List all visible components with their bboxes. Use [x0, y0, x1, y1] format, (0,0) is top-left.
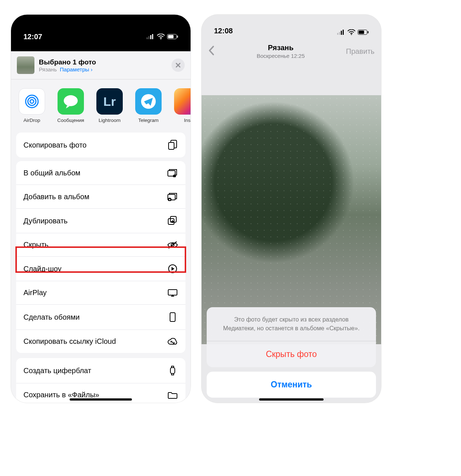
svg-rect-23 [168, 290, 177, 295]
share-sheet-header: Выбрано 1 фото Рязань Параметры › [11, 51, 191, 79]
action-list-main: В общий альбом Добавить в альбом Дублиро… [16, 161, 185, 353]
action-sheet-message: Это фото будет скрыто из всех разделов М… [207, 307, 376, 341]
svg-rect-2 [150, 35, 151, 39]
action-label: Слайд-шоу [23, 265, 62, 273]
action-duplicate[interactable]: Дублировать [16, 208, 185, 233]
share-title: Выбрано 1 фото [39, 58, 167, 66]
action-label: В общий альбом [23, 169, 80, 177]
close-icon [175, 62, 181, 68]
share-location: Рязань [39, 66, 57, 72]
svg-rect-6 [168, 35, 174, 38]
action-slideshow[interactable]: Слайд-шоу [16, 256, 185, 281]
close-button[interactable] [172, 59, 185, 72]
share-apps-row[interactable]: AirDrop Сообщения Lr Lightroom Telegram [11, 79, 191, 131]
telegram-icon [140, 93, 156, 109]
status-icons [147, 34, 178, 40]
app-label: Сообщения [57, 118, 84, 123]
action-label: Сохранить в «Файлы» [23, 391, 99, 399]
statusbar: 12:07 [11, 15, 191, 51]
action-list-bottom: Создать циферблат Сохранить в «Файлы» [16, 358, 185, 403]
app-label: Lightroom [99, 118, 121, 123]
svg-rect-27 [339, 32, 340, 35]
messages-icon [62, 94, 79, 109]
app-instagram[interactable]: Ins [173, 88, 191, 123]
chevron-left-icon [208, 45, 215, 56]
action-add-to-album[interactable]: Добавить в альбом [16, 185, 185, 208]
photo [202, 95, 381, 344]
add-album-icon [167, 192, 178, 201]
phone-right-confirm: 12:08 Рязань Воскресенье 12:25 Править Э… [202, 15, 381, 403]
svg-point-11 [64, 95, 78, 106]
action-label: Скопировать фото [23, 141, 86, 149]
watch-icon [167, 365, 178, 376]
svg-rect-7 [177, 36, 178, 38]
app-lightroom[interactable]: Lr Lightroom [95, 88, 124, 123]
action-label: Скопировать ссылку iCloud [23, 337, 116, 346]
action-wallpaper[interactable]: Сделать обоями [16, 304, 185, 330]
svg-point-30 [351, 34, 352, 35]
folder-icon [167, 391, 178, 399]
action-label: Дублировать [23, 217, 68, 225]
action-watch-face[interactable]: Создать циферблат [16, 358, 185, 383]
battery-icon [167, 34, 178, 39]
share-subtitle: Рязань Параметры › [39, 66, 167, 72]
app-airdrop[interactable]: AirDrop [18, 88, 46, 123]
app-messages[interactable]: Сообщения [56, 88, 85, 123]
edit-button[interactable]: Править [346, 47, 375, 56]
action-hide[interactable]: Скрыть [16, 233, 185, 256]
photo-viewer[interactable]: Это фото будет скрыто из всех разделов М… [202, 66, 381, 403]
action-icloud-link[interactable]: Скопировать ссылку iCloud [16, 330, 185, 353]
rain-overlay [202, 95, 381, 344]
svg-rect-32 [359, 31, 364, 34]
copy-icon [167, 140, 178, 150]
statusbar: 12:08 [202, 15, 381, 37]
home-indicator[interactable] [70, 398, 132, 401]
status-time: 12:07 [23, 33, 42, 41]
svg-rect-33 [368, 31, 369, 33]
app-label: AirDrop [23, 118, 40, 123]
svg-rect-25 [170, 368, 175, 373]
confirm-action-sheet: Это фото будет скрыто из всех разделов М… [207, 307, 376, 398]
svg-rect-28 [341, 31, 342, 35]
svg-rect-24 [170, 313, 175, 321]
options-link[interactable]: Параметры › [60, 66, 92, 72]
svg-rect-29 [343, 30, 344, 35]
action-copy-photo[interactable]: Скопировать фото [16, 133, 185, 157]
airdrop-icon [23, 93, 41, 110]
photo-thumbnail[interactable] [17, 56, 34, 74]
svg-point-8 [30, 100, 34, 103]
nav-subtitle: Воскресенье 12:25 [257, 53, 305, 59]
svg-rect-26 [337, 33, 338, 35]
wifi-icon [157, 34, 165, 40]
status-time: 12:08 [214, 27, 233, 35]
hide-photo-button[interactable]: Скрыть фото [207, 341, 376, 367]
duplicate-icon [167, 216, 178, 226]
back-button[interactable] [208, 45, 215, 57]
svg-point-16 [174, 175, 175, 176]
action-airplay[interactable]: AirPlay [16, 281, 185, 304]
svg-rect-13 [169, 142, 174, 149]
share-sheet: Выбрано 1 фото Рязань Параметры › AirDro… [11, 51, 191, 403]
app-telegram[interactable]: Telegram [134, 88, 163, 123]
svg-point-9 [28, 97, 36, 105]
shared-album-icon [167, 168, 178, 177]
action-label: Сделать обоями [23, 313, 80, 321]
svg-rect-0 [147, 37, 148, 39]
airplay-icon [167, 289, 178, 297]
app-label: Ins [184, 118, 191, 123]
svg-rect-3 [152, 34, 153, 39]
phone-left-share-sheet: 12:07 Выбрано 1 фото Рязань Параметры › [11, 15, 191, 403]
hide-icon [167, 241, 178, 249]
svg-rect-1 [148, 36, 150, 39]
action-label: Добавить в альбом [23, 193, 89, 201]
cancel-button[interactable]: Отменить [207, 372, 376, 398]
home-indicator[interactable] [259, 398, 324, 401]
signal-icon [337, 30, 345, 35]
battery-icon [358, 30, 369, 35]
app-label: Telegram [138, 118, 159, 123]
action-shared-album[interactable]: В общий альбом [16, 161, 185, 185]
nav-title: Рязань [257, 44, 305, 52]
signal-icon [147, 34, 155, 39]
action-label: Скрыть [23, 241, 48, 249]
action-label: Создать циферблат [23, 367, 91, 375]
